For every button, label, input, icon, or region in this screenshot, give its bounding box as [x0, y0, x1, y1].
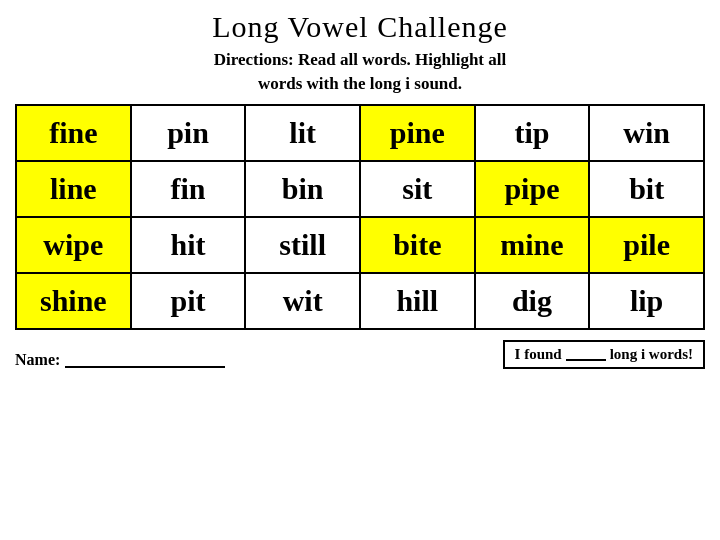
table-cell: pit	[131, 273, 246, 329]
table-cell: pipe	[475, 161, 590, 217]
table-cell: fin	[131, 161, 246, 217]
footer: Name: I found long i words!	[15, 340, 705, 369]
table-cell: bit	[589, 161, 704, 217]
table-cell: shine	[16, 273, 131, 329]
word-table: finepinlitpinetipwinlinefinbinsitpipebit…	[15, 104, 705, 330]
table-cell: dig	[475, 273, 590, 329]
table-cell: lit	[245, 105, 360, 161]
found-box: I found long i words!	[503, 340, 705, 369]
table-cell: hill	[360, 273, 475, 329]
name-underline	[65, 352, 225, 368]
table-cell: tip	[475, 105, 590, 161]
found-suffix: long i words!	[610, 346, 693, 363]
name-label: Name:	[15, 351, 60, 369]
table-cell: fine	[16, 105, 131, 161]
table-cell: wit	[245, 273, 360, 329]
table-cell: pine	[360, 105, 475, 161]
table-cell: lip	[589, 273, 704, 329]
table-cell: hit	[131, 217, 246, 273]
table-cell: mine	[475, 217, 590, 273]
table-cell: win	[589, 105, 704, 161]
table-cell: bin	[245, 161, 360, 217]
name-section: Name:	[15, 351, 225, 369]
table-cell: pile	[589, 217, 704, 273]
table-cell: wipe	[16, 217, 131, 273]
table-cell: still	[245, 217, 360, 273]
found-blank	[566, 347, 606, 361]
page-title: Long Vowel Challenge	[212, 10, 508, 44]
directions-text: Directions: Read all words. Highlight al…	[214, 48, 506, 96]
table-cell: sit	[360, 161, 475, 217]
table-cell: pin	[131, 105, 246, 161]
table-cell: bite	[360, 217, 475, 273]
table-cell: line	[16, 161, 131, 217]
found-prefix: I found	[515, 346, 562, 363]
